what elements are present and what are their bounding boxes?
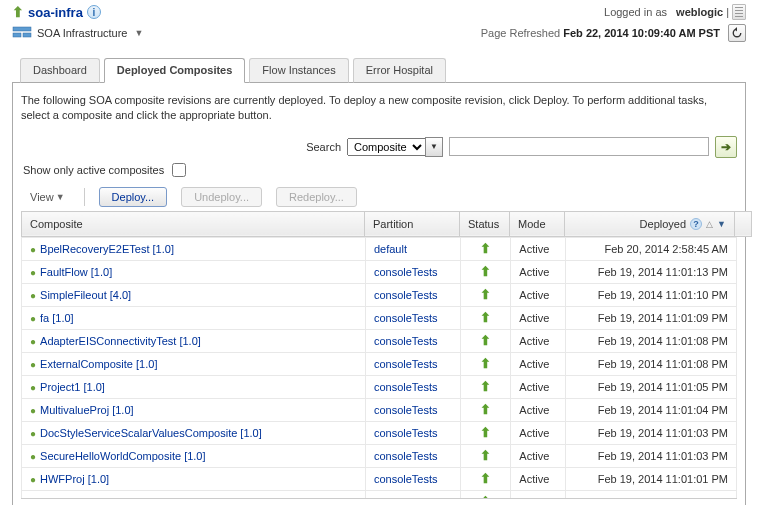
deployed-cell: Feb 19, 2014 11:00:59 PM <box>566 490 737 499</box>
status-up-icon: ⬆ <box>480 287 491 302</box>
mode-cell: Active <box>511 260 566 283</box>
tab-dashboard[interactable]: Dashboard <box>20 58 100 83</box>
info-icon[interactable]: i <box>87 5 101 19</box>
table-row[interactable]: ●MultivalueProj [1.0]consoleTests⬆Active… <box>22 398 737 421</box>
partition-link[interactable]: consoleTests <box>374 335 438 347</box>
mode-cell: Active <box>511 467 566 490</box>
subtitle-menu[interactable]: SOA Infrastructure <box>37 27 127 39</box>
status-up-icon: ⬆ <box>480 471 491 486</box>
composite-link[interactable]: SecureHelloWorldComposite [1.0] <box>40 450 205 462</box>
document-icon[interactable] <box>732 4 746 20</box>
partition-link[interactable]: consoleTests <box>374 427 438 439</box>
refresh-time: Feb 22, 2014 10:09:40 AM PST <box>563 27 720 39</box>
pipe-separator: | <box>726 6 729 18</box>
partition-link[interactable]: consoleTests <box>374 450 438 462</box>
table-row[interactable]: ●HWFProj [1.0]consoleTests⬆ActiveFeb 19,… <box>22 467 737 490</box>
composite-link[interactable]: AdapterEISConnectivityTest [1.0] <box>40 335 201 347</box>
table-row[interactable]: ●fa [1.0]consoleTests⬆ActiveFeb 19, 2014… <box>22 306 737 329</box>
table-row[interactable]: ●AdapterEISConnectivityTest [1.0]console… <box>22 329 737 352</box>
search-type-select[interactable]: Composite <box>347 138 426 156</box>
tab-error-hospital[interactable]: Error Hospital <box>353 58 446 83</box>
tab-deployed-composites[interactable]: Deployed Composites <box>104 58 246 83</box>
view-menu-button[interactable]: View ▼ <box>25 188 70 206</box>
status-up-icon: ⬆ <box>480 494 491 499</box>
app-title-link[interactable]: soa-infra <box>28 5 83 20</box>
composite-link[interactable]: HWFProj [1.0] <box>40 473 109 485</box>
deployed-cell: Feb 19, 2014 11:01:10 PM <box>566 283 737 306</box>
deployed-cell: Feb 20, 2014 2:58:45 AM <box>566 237 737 260</box>
bullet-icon: ● <box>30 497 36 499</box>
status-up-icon: ⬆ <box>480 448 491 463</box>
search-input[interactable] <box>449 137 709 156</box>
show-active-checkbox[interactable] <box>172 163 186 177</box>
column-mode[interactable]: Mode <box>510 211 565 236</box>
composite-link[interactable]: Project1 [1.0] <box>40 381 105 393</box>
column-deployed[interactable]: Deployed ? △ ▼ <box>565 211 735 236</box>
table-row[interactable]: ●ExternalComposite [1.0]consoleTests⬆Act… <box>22 352 737 375</box>
partition-link[interactable]: consoleTests <box>374 312 438 324</box>
tab-flow-instances[interactable]: Flow Instances <box>249 58 348 83</box>
partition-link[interactable]: consoleTests <box>374 289 438 301</box>
scrollbar-header-spacer <box>735 211 752 236</box>
partition-link[interactable]: consoleTests <box>374 404 438 416</box>
deployed-cell: Feb 19, 2014 11:01:04 PM <box>566 398 737 421</box>
deployed-cell: Feb 19, 2014 11:01:03 PM <box>566 421 737 444</box>
subtitle-block[interactable]: SOA Infrastructure ▼ <box>12 26 143 40</box>
composites-table-scroll[interactable]: ●BpelRecoveryE2ETest [1.0]default⬆Active… <box>21 237 737 499</box>
deployed-composites-panel: The following SOA composite revisions ar… <box>12 83 746 505</box>
mode-cell: Active <box>511 329 566 352</box>
composite-link[interactable]: FaultFlow [1.0] <box>40 266 112 278</box>
help-icon[interactable]: ? <box>690 218 702 230</box>
deploy-button[interactable]: Deploy... <box>99 187 168 207</box>
status-up-icon: ⬆ <box>480 310 491 325</box>
partition-link[interactable]: consoleTests <box>374 473 438 485</box>
soa-infrastructure-icon <box>12 26 32 40</box>
table-row[interactable]: ●Project1 [1.0]consoleTests⬆ActiveFeb 19… <box>22 375 737 398</box>
table-row[interactable]: ●DocStyleServiceScalarValuesComposite [1… <box>22 421 737 444</box>
table-row[interactable]: ●SimpleFileout [4.0]consoleTests⬆ActiveF… <box>22 283 737 306</box>
mode-cell: Active <box>511 237 566 260</box>
deployed-cell: Feb 19, 2014 11:01:05 PM <box>566 375 737 398</box>
login-block: Logged in as weblogic | <box>604 4 746 20</box>
composites-table-header: Composite Partition Status Mode Deployed… <box>21 211 752 237</box>
composite-link[interactable]: SimpleFileout [4.0] <box>40 289 131 301</box>
partition-link[interactable]: consoleTests <box>374 381 438 393</box>
sort-ascending-icon[interactable]: △ <box>706 219 713 229</box>
search-type-dropdown-button[interactable]: ▼ <box>425 137 443 157</box>
partition-link[interactable]: consoleTests <box>374 266 438 278</box>
search-go-button[interactable]: ➔ <box>715 136 737 158</box>
table-row[interactable]: ●FaultFlow [1.0]consoleTests⬆ActiveFeb 1… <box>22 260 737 283</box>
composite-link[interactable]: ExternalComposite [1.0] <box>40 358 157 370</box>
composite-link[interactable]: DocStyleServiceScalarValuesComposite [1.… <box>40 427 262 439</box>
status-up-icon: ⬆ <box>480 333 491 348</box>
column-partition[interactable]: Partition <box>365 211 460 236</box>
column-status[interactable]: Status <box>460 211 510 236</box>
table-row[interactable]: ●SecureHelloWorldComposite [1.0]consoleT… <box>22 444 737 467</box>
mode-cell: Active <box>511 421 566 444</box>
partition-link[interactable]: default <box>374 243 407 255</box>
partition-link[interactable]: consoleTests <box>374 358 438 370</box>
title-block: ⬆ soa-infra i <box>12 4 101 20</box>
composite-link[interactable]: BpelRecoveryE2ETest [1.0] <box>40 243 174 255</box>
mode-cell: Active <box>511 398 566 421</box>
composite-link[interactable]: fa [1.0] <box>40 312 74 324</box>
filter-row: Show only active composites <box>21 163 737 177</box>
table-row[interactable]: ●BpelRecoveryE2ETest [1.0]default⬆Active… <box>22 237 737 260</box>
status-up-icon: ⬆ <box>480 264 491 279</box>
composite-link[interactable]: MediatorDHQA [1.0] <box>40 496 138 499</box>
search-label: Search <box>306 141 341 153</box>
status-up-icon: ⬆ <box>12 4 24 20</box>
column-composite[interactable]: Composite <box>22 211 365 236</box>
partition-link[interactable]: consoleTests <box>374 496 438 499</box>
table-row[interactable]: ●MediatorDHQA [1.0]consoleTests⬆ActiveFe… <box>22 490 737 499</box>
composites-table: ●BpelRecoveryE2ETest [1.0]default⬆Active… <box>21 237 737 499</box>
composite-link[interactable]: MultivalueProj [1.0] <box>40 404 134 416</box>
chevron-down-icon: ▼ <box>56 192 65 202</box>
status-up-icon: ⬆ <box>480 379 491 394</box>
bullet-icon: ● <box>30 474 36 485</box>
toolbar: View ▼ Deploy... Undeploy... Redeploy... <box>21 187 737 211</box>
sort-descending-icon[interactable]: ▼ <box>717 219 726 229</box>
refresh-button[interactable] <box>728 24 746 42</box>
mode-cell: Active <box>511 490 566 499</box>
search-row: Search Composite ▼ ➔ <box>21 136 737 158</box>
